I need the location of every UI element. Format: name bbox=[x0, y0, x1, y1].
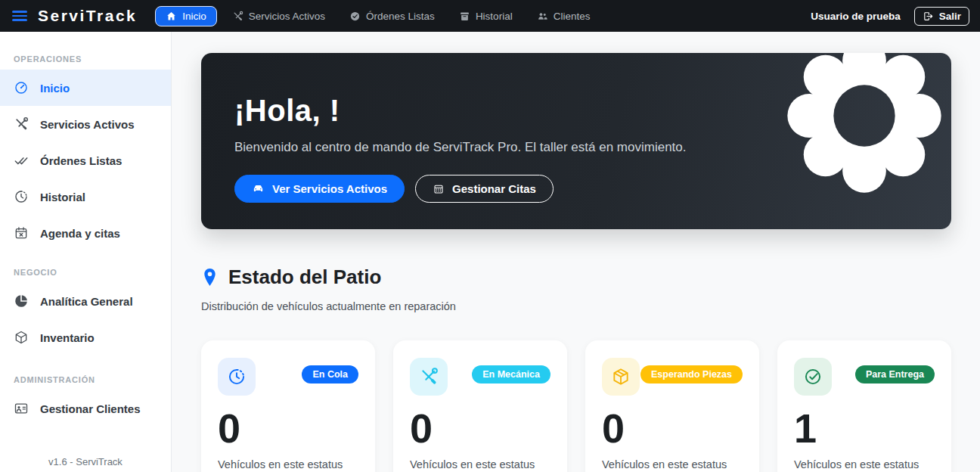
topnav-label: Servicios Activos bbox=[249, 11, 325, 22]
status-badge: Esperando Piezas bbox=[640, 365, 743, 384]
topnav-label: Inicio bbox=[182, 11, 206, 22]
sidebar-section-administracion: ADMINISTRACIÓN bbox=[0, 375, 171, 384]
status-label: Vehículos en este estatus bbox=[410, 458, 550, 470]
brand-logo: ServiTrack bbox=[38, 7, 137, 25]
button-label: Gestionar Citas bbox=[452, 182, 536, 195]
status-badge: En Mecánica bbox=[472, 365, 550, 384]
topnav-ordenes-listas[interactable]: Órdenes Listas bbox=[340, 6, 444, 26]
sidebar-item-ordenes-listas[interactable]: Órdenes Listas bbox=[0, 142, 171, 179]
sidebar-item-label: Órdenes Listas bbox=[40, 154, 122, 167]
hamburger-menu-icon[interactable] bbox=[12, 11, 27, 20]
car-front-icon bbox=[252, 182, 265, 195]
topnav-servicios-activos[interactable]: Servicios Activos bbox=[223, 6, 334, 26]
app-version: v1.6 - ServiTrack bbox=[0, 449, 171, 472]
sidebar-item-label: Inventario bbox=[40, 331, 95, 344]
home-icon bbox=[166, 11, 177, 22]
status-count: 1 bbox=[794, 408, 935, 449]
sidebar-item-label: Servicios Activos bbox=[40, 118, 135, 131]
status-card-en-cola: En Cola 0 Vehículos en este estatus bbox=[201, 340, 375, 472]
topbar-right: Usuario de prueba Salir bbox=[811, 7, 969, 26]
topbar: ServiTrack Inicio Servicios Activos Órde… bbox=[0, 0, 980, 32]
sidebar-section-operaciones: OPERACIONES bbox=[0, 54, 171, 64]
button-label: Ver Servicios Activos bbox=[272, 182, 387, 195]
sidebar-item-label: Historial bbox=[40, 191, 85, 203]
check-circle-icon bbox=[794, 358, 832, 396]
tools-icon bbox=[410, 358, 448, 396]
patio-subtitle: Distribución de vehículos actualmente en… bbox=[201, 300, 951, 312]
tools-icon bbox=[232, 11, 243, 22]
status-label: Vehículos en este estatus bbox=[218, 458, 358, 470]
gestionar-citas-button[interactable]: Gestionar Citas bbox=[415, 175, 554, 203]
topnav-label: Clientes bbox=[554, 11, 591, 22]
logout-button[interactable]: Salir bbox=[914, 7, 969, 26]
calendar-grid-icon bbox=[433, 183, 445, 195]
topnav-inicio[interactable]: Inicio bbox=[155, 6, 217, 26]
sidebar-item-label: Gestionar Clientes bbox=[40, 402, 141, 415]
top-navigation: Inicio Servicios Activos Órdenes Listas … bbox=[155, 6, 599, 26]
status-count: 0 bbox=[410, 408, 550, 449]
map-pin-icon bbox=[201, 267, 219, 287]
status-card-para-entrega: Para Entrega 1 Vehículos en este estatus bbox=[777, 340, 951, 472]
topnav-historial[interactable]: Historial bbox=[450, 6, 522, 26]
person-card-icon bbox=[14, 401, 29, 416]
user-name: Usuario de prueba bbox=[811, 11, 901, 22]
status-count: 0 bbox=[602, 408, 743, 449]
calendar-x-icon bbox=[14, 225, 29, 241]
check-all-icon bbox=[14, 153, 29, 168]
tools-icon bbox=[14, 116, 29, 132]
topnav-clientes[interactable]: Clientes bbox=[528, 6, 600, 26]
package-icon bbox=[602, 358, 640, 396]
people-icon bbox=[537, 11, 548, 22]
check-circle-icon bbox=[349, 11, 361, 22]
sidebar-item-gestionar-clientes[interactable]: Gestionar Clientes bbox=[0, 390, 171, 427]
status-card-esperando-piezas: Esperando Piezas 0 Vehículos en este est… bbox=[585, 340, 759, 472]
status-card-en-mecanica: En Mecánica 0 Vehículos en este estatus bbox=[393, 340, 567, 472]
status-badge: En Cola bbox=[302, 365, 358, 384]
sidebar-item-servicios-activos[interactable]: Servicios Activos bbox=[0, 106, 171, 142]
logout-icon bbox=[923, 11, 934, 22]
status-cards-row: En Cola 0 Vehículos en este estatus En M… bbox=[201, 340, 951, 472]
sidebar-item-label: Agenda y citas bbox=[40, 227, 120, 240]
topnav-label: Órdenes Listas bbox=[366, 11, 435, 22]
sidebar-item-inicio[interactable]: Inicio bbox=[0, 70, 171, 106]
main-content: ¡Hola, ! Bienvenido al centro de mando d… bbox=[172, 32, 980, 472]
ver-servicios-activos-button[interactable]: Ver Servicios Activos bbox=[234, 175, 405, 203]
patio-section-header: Estado del Patio bbox=[201, 266, 951, 289]
status-badge: Para Entrega bbox=[855, 365, 935, 384]
topnav-label: Historial bbox=[476, 11, 513, 22]
status-count: 0 bbox=[218, 408, 358, 449]
gear-icon bbox=[783, 53, 945, 197]
status-label: Vehículos en este estatus bbox=[794, 458, 935, 470]
clock-history-icon bbox=[218, 358, 256, 396]
sidebar-item-label: Inicio bbox=[40, 82, 70, 95]
archive-icon bbox=[459, 11, 470, 22]
sidebar-section-negocio: NEGOCIO bbox=[0, 268, 171, 277]
clock-history-icon bbox=[14, 189, 29, 204]
status-label: Vehículos en este estatus bbox=[602, 458, 743, 470]
sidebar-item-analitica-general[interactable]: Analítica General bbox=[0, 283, 171, 319]
sidebar-item-historial[interactable]: Historial bbox=[0, 179, 171, 215]
sidebar-item-label: Analítica General bbox=[40, 295, 133, 308]
logout-label: Salir bbox=[939, 11, 961, 22]
box-icon bbox=[14, 330, 29, 345]
sidebar-item-inventario[interactable]: Inventario bbox=[0, 319, 171, 356]
patio-title: Estado del Patio bbox=[228, 266, 381, 289]
sidebar: OPERACIONES Inicio Servicios Activos Órd… bbox=[0, 32, 172, 472]
servitrack-app: ServiTrack Inicio Servicios Activos Órde… bbox=[0, 0, 980, 472]
speedometer-icon bbox=[14, 80, 29, 95]
sidebar-item-agenda-y-citas[interactable]: Agenda y citas bbox=[0, 215, 171, 251]
hero-banner: ¡Hola, ! Bienvenido al centro de mando d… bbox=[201, 53, 951, 229]
pie-chart-icon bbox=[14, 293, 29, 309]
